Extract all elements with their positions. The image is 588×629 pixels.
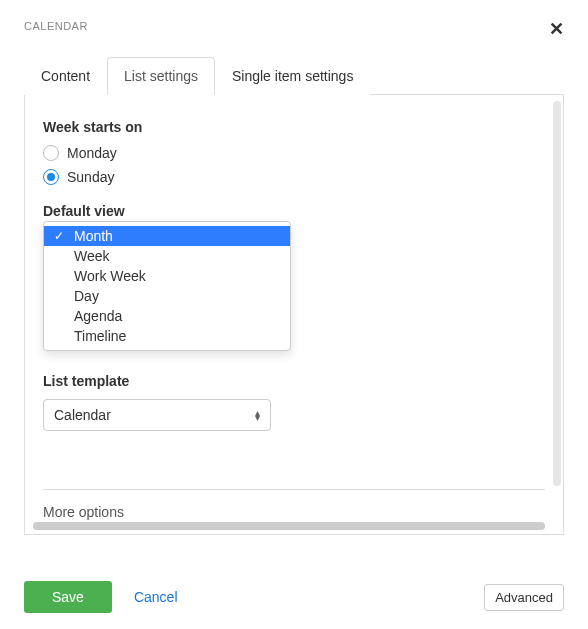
- tab-single-item[interactable]: Single item settings: [215, 57, 370, 95]
- select-arrows-icon: ▴▾: [255, 410, 260, 420]
- radio-label: Monday: [67, 145, 117, 161]
- dropdown-option-agenda[interactable]: Agenda: [44, 306, 290, 326]
- vertical-scrollbar[interactable]: [553, 101, 561, 486]
- list-template-select[interactable]: Calendar ▴▾: [43, 399, 271, 431]
- tab-content[interactable]: Content: [24, 57, 107, 95]
- radio-monday[interactable]: Monday: [43, 145, 545, 161]
- default-view-label: Default view: [43, 203, 545, 219]
- modal-title: CALENDAR: [24, 20, 88, 32]
- radio-sunday[interactable]: Sunday: [43, 169, 545, 185]
- dropdown-option-day[interactable]: Day: [44, 286, 290, 306]
- horizontal-scrollbar[interactable]: [33, 522, 545, 530]
- settings-panel: Week starts on Monday Sunday Default vie…: [25, 95, 563, 534]
- dropdown-option-work-week[interactable]: Work Week: [44, 266, 290, 286]
- select-value: Calendar: [54, 407, 111, 423]
- week-starts-label: Week starts on: [43, 119, 545, 135]
- radio-icon: [43, 169, 59, 185]
- dropdown-option-timeline[interactable]: Timeline: [44, 326, 290, 346]
- default-view-dropdown: Month Week Work Week Day Agenda Timeline: [43, 221, 291, 351]
- dropdown-option-month[interactable]: Month: [44, 226, 290, 246]
- save-button[interactable]: Save: [24, 581, 112, 613]
- radio-label: Sunday: [67, 169, 114, 185]
- cancel-button[interactable]: Cancel: [134, 589, 178, 605]
- dropdown-option-week[interactable]: Week: [44, 246, 290, 266]
- close-icon[interactable]: ✕: [549, 20, 564, 38]
- list-template-label: List template: [43, 373, 545, 389]
- tabs: Content List settings Single item settin…: [24, 56, 564, 95]
- tab-list-settings[interactable]: List settings: [107, 57, 215, 95]
- radio-icon: [43, 145, 59, 161]
- advanced-button[interactable]: Advanced: [484, 584, 564, 611]
